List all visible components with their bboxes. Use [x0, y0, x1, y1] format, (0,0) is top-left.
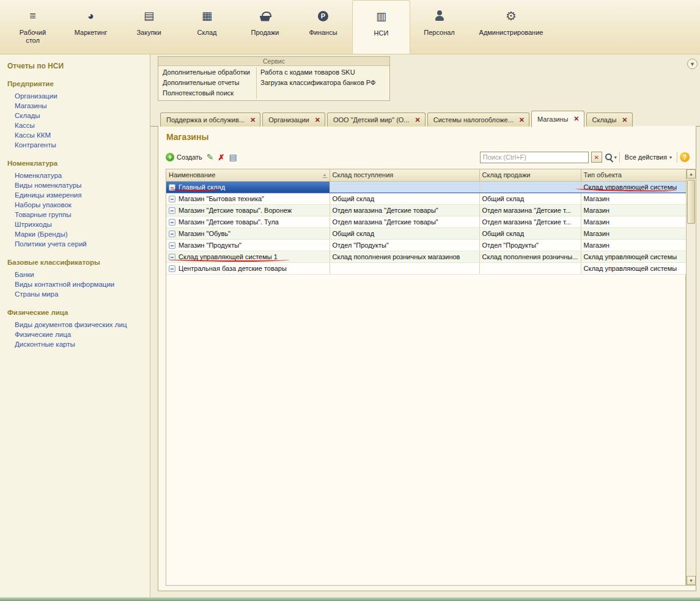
- sidebar-item[interactable]: Товарные группы: [6, 210, 147, 219]
- table-row[interactable]: Магазин "Бытовая техника"Общий складОбщи…: [166, 193, 687, 204]
- toolbar-separator: [619, 152, 620, 163]
- ribbon-item-label: Продажи: [251, 29, 279, 37]
- sidebar-section-title: Номенклатура: [7, 160, 147, 167]
- sidebar-item[interactable]: Страны мира: [6, 289, 147, 299]
- cell-name: Магазин "Обувь": [166, 227, 330, 239]
- cell-name: Магазин "Бытовая техника": [166, 193, 330, 204]
- search-options-button[interactable]: ▾: [605, 153, 617, 161]
- table-row[interactable]: Магазин "Детские товары". ТулаОтдел мага…: [166, 216, 687, 227]
- search-clear-button[interactable]: ✕: [591, 152, 602, 163]
- sidebar-item[interactable]: Магазины: [6, 101, 147, 111]
- sidebar-item[interactable]: Номенклатура: [6, 171, 147, 180]
- close-icon: ✕: [594, 154, 599, 161]
- tab-tax-systems[interactable]: Системы налогообложе...✕: [427, 112, 529, 127]
- scroll-down-button[interactable]: ▼: [687, 576, 696, 585]
- cell-sales-warehouse: Отдел магазина "Детские т...: [479, 204, 581, 216]
- cell-receipt-warehouse: [330, 262, 479, 274]
- cell-sales-warehouse: [479, 181, 581, 193]
- ribbon: ≡Рабочий стол◕Маркетинг▤Закупки▦СкладПро…: [0, 0, 700, 54]
- table-body: Главный складСклад управляющей системыМа…: [166, 181, 687, 274]
- arrow-up-icon: ▲: [689, 172, 693, 176]
- column-header[interactable]: Наименование▲: [166, 169, 330, 181]
- tab-detskiy-mir[interactable]: ООО "Детский мир" (О...✕: [327, 112, 426, 127]
- sidebar-item[interactable]: Марки (Бренды): [6, 229, 147, 239]
- purchases-icon: ▤: [144, 8, 154, 24]
- sidebar-item[interactable]: Физические лица: [6, 330, 147, 339]
- service-command[interactable]: Дополнительные обработки: [163, 67, 250, 78]
- ribbon-item-nsi[interactable]: ▥НСИ: [352, 0, 410, 54]
- personnel-icon: [435, 8, 444, 24]
- tab-orgs[interactable]: Организации✕: [262, 112, 325, 127]
- service-command[interactable]: Дополнительные отчеты: [163, 78, 250, 88]
- table-row[interactable]: Главный складСклад управляющей системы: [166, 181, 687, 193]
- sidebar-item[interactable]: Банки: [6, 270, 147, 279]
- scroll-up-button[interactable]: ▲: [687, 169, 696, 179]
- list-settings-icon[interactable]: ▤: [229, 153, 237, 161]
- service-command[interactable]: Полнотекстовый поиск: [163, 88, 250, 98]
- close-tab-icon[interactable]: ✕: [315, 116, 320, 124]
- column-header[interactable]: Тип объекта: [581, 169, 687, 181]
- close-tab-icon[interactable]: ✕: [250, 116, 256, 124]
- sidebar-item[interactable]: Наборы упаковок: [6, 200, 147, 210]
- sidebar-item[interactable]: Штрихкоды: [6, 219, 147, 229]
- help-button[interactable]: ?: [680, 152, 690, 162]
- sidebar-item[interactable]: Контрагенты: [6, 140, 147, 150]
- tab-warehouses[interactable]: Склады✕: [586, 112, 633, 127]
- tab-label: Склады: [592, 116, 617, 124]
- tab-overflow-button[interactable]: ▼: [687, 59, 698, 69]
- ribbon-item-sales[interactable]: Продажи: [236, 0, 294, 54]
- ribbon-item-admin[interactable]: ⚙Администрирование: [468, 0, 554, 54]
- sidebar-item[interactable]: Кассы ККМ: [6, 130, 147, 140]
- sidebar-item[interactable]: Виды контактной информации: [6, 279, 147, 289]
- close-tab-icon[interactable]: ✕: [573, 115, 579, 123]
- delete-mark-icon[interactable]: ✗: [218, 153, 225, 161]
- all-actions-button[interactable]: Все действия ▾: [625, 153, 672, 161]
- table-row[interactable]: Склад управляющей системы 1Склад пополне…: [166, 251, 687, 262]
- sidebar-item[interactable]: Политики учета серий: [6, 239, 147, 249]
- service-command[interactable]: Загрузка классификатора банков РФ: [260, 78, 375, 88]
- question-icon: ?: [683, 153, 687, 161]
- sidebar-item[interactable]: Дисконтные карты: [6, 339, 147, 349]
- cell-name: Центральная база детские товары: [166, 262, 330, 274]
- ribbon-item-label: Финансы: [309, 29, 337, 37]
- service-command[interactable]: Работа с кодами товаров SKU: [260, 67, 375, 78]
- sidebar-item[interactable]: Кассы: [6, 120, 147, 130]
- close-tab-icon[interactable]: ✕: [415, 116, 421, 124]
- ribbon-item-purchases[interactable]: ▤Закупки: [120, 0, 178, 54]
- table-row[interactable]: Магазин "Детские товары". ВоронежОтдел м…: [166, 204, 687, 216]
- sidebar-item[interactable]: Виды документов физических лиц: [6, 320, 147, 330]
- sort-asc-icon: ▲: [323, 172, 327, 178]
- column-header[interactable]: Склад продажи: [479, 169, 581, 181]
- chevron-down-icon: ▾: [669, 155, 672, 160]
- create-button[interactable]: + Создать: [166, 153, 202, 161]
- ribbon-item-marketing[interactable]: ◕Маркетинг: [62, 0, 120, 54]
- scrollbar-thumb[interactable]: [687, 180, 695, 224]
- close-tab-icon[interactable]: ✕: [519, 116, 525, 124]
- tab-shops[interactable]: Магазины✕: [531, 111, 584, 127]
- close-tab-icon[interactable]: ✕: [622, 116, 627, 124]
- cell-name: Магазин "Детские товары". Тула: [166, 216, 330, 227]
- search-input[interactable]: [480, 152, 589, 163]
- sidebar-item[interactable]: Склады: [6, 111, 147, 120]
- sidebar-item[interactable]: Организации: [6, 91, 147, 101]
- app-window: ≡Рабочий стол◕Маркетинг▤Закупки▦СкладПро…: [0, 0, 700, 601]
- table-row[interactable]: Центральная база детские товарыСклад упр…: [166, 262, 687, 274]
- table-scrollbar[interactable]: ▲ ▼: [686, 169, 696, 586]
- column-header[interactable]: Склад поступления: [330, 169, 479, 181]
- nsi-icon: ▥: [376, 9, 386, 24]
- sidebar-item[interactable]: Единицы измерения: [6, 190, 147, 200]
- edit-pencil-icon[interactable]: ✎: [207, 153, 214, 161]
- page-title: Магазины: [166, 132, 208, 142]
- cell-object-type: Склад управляющей системы: [581, 181, 687, 193]
- service-panel-body: Дополнительные обработкиДополнительные о…: [158, 66, 389, 100]
- ribbon-item-personnel[interactable]: Персонал: [410, 0, 468, 54]
- tab-support[interactable]: Поддержка и обслужив...✕: [160, 112, 260, 127]
- table-row[interactable]: Магазин "Обувь"Общий складОбщий складМаг…: [166, 227, 687, 239]
- sidebar-item[interactable]: Виды номенклатуры: [6, 180, 147, 190]
- ribbon-item-finance[interactable]: PФинансы: [294, 0, 352, 54]
- toolbar-right: ✕ ▾ Все действия ▾ ?: [480, 152, 690, 163]
- ribbon-item-warehouse[interactable]: ▦Склад: [178, 0, 236, 54]
- ribbon-item-desktop[interactable]: ≡Рабочий стол: [4, 0, 62, 54]
- table-row[interactable]: Магазин "Продукты"Отдел "Продукты"Отдел …: [166, 239, 687, 251]
- shops-table: Наименование▲Склад поступленияСклад прод…: [166, 169, 686, 586]
